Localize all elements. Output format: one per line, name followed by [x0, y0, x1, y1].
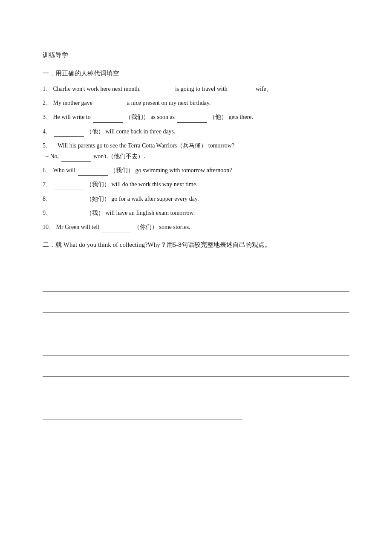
q5-blank: [61, 155, 91, 162]
q9-text: will have an English exam tomorrow.: [106, 210, 195, 216]
writing-line-6: [43, 363, 349, 377]
q10-blank: [101, 225, 131, 232]
q3-text3: gets there.: [229, 114, 254, 120]
q5-line2: won't.（他们不去）.: [93, 153, 145, 159]
q1-number: 1、: [43, 86, 52, 92]
writing-line-4: [43, 321, 349, 334]
question-10: 10、 Mr Green will tell （你们） some stories…: [43, 222, 349, 232]
q3-hint2: （他）: [209, 114, 227, 120]
q3-text2: as soon as: [150, 114, 176, 120]
q10-text1: Mr Green will tell: [56, 224, 101, 230]
q9-blank: [54, 211, 84, 218]
q4-number: 4、: [43, 128, 52, 135]
q4-hint: （他）: [86, 128, 104, 135]
q2-number: 2、: [43, 100, 52, 106]
q6-text1: Who will: [53, 167, 76, 173]
question-1: 1、 Charlie won't work here next month. i…: [43, 84, 349, 94]
writing-line-3: [43, 299, 349, 313]
question-6: 6、 Who will （我们） go swimming with tomorr…: [43, 165, 349, 176]
question-9: 9、 （我） will have an English exam tomorro…: [43, 208, 349, 218]
q7-number: 7、: [43, 181, 52, 188]
q1-text1: Charlie won't work here next month.: [53, 86, 142, 92]
q5-number: 5、: [43, 142, 52, 149]
q6-hint: （我们）: [110, 167, 134, 173]
q10-text2: some stories.: [159, 224, 190, 230]
question-7: 7、 （我们） will do the work this way next t…: [43, 179, 349, 190]
q3-number: 3、: [43, 114, 52, 120]
q7-text: will do the work this way next time.: [112, 181, 198, 188]
part-two-title: 二．就 What do you think of collecting?Why？…: [43, 241, 349, 249]
writing-line-5: [43, 342, 349, 356]
questions-list: 1、 Charlie won't work here next month. i…: [43, 84, 349, 232]
q8-number: 8、: [43, 196, 52, 202]
q10-hint: （你们）: [134, 224, 158, 230]
question-2: 2、 My mother gave a nice present on my n…: [43, 98, 349, 108]
q8-text: go for a walk after supper every day.: [112, 196, 199, 202]
q1-blank2: [230, 87, 253, 94]
q5-indent: – No,: [43, 153, 59, 159]
q2-blank: [95, 101, 125, 108]
q6-text2: go swimming with tomorrow afternoon?: [135, 167, 232, 173]
q3-hint1: （我们）: [125, 114, 149, 120]
q3-blank2: [177, 116, 207, 123]
worksheet-title: 训练导学: [43, 51, 349, 59]
writing-lines-container: [43, 257, 349, 419]
question-5: 5、 – Will his parents go to see the Terr…: [43, 140, 349, 162]
writing-line-8: [43, 406, 242, 419]
q1-text2: is going to travel with: [175, 86, 229, 92]
q7-blank: [54, 183, 84, 190]
writing-line-1: [43, 257, 349, 270]
question-4: 4、 （他） will come back in three days.: [43, 126, 349, 137]
q3-text1: He will write to: [53, 114, 92, 120]
writing-line-2: [43, 278, 349, 292]
question-3: 3、 He will write to （我们） as soon as （他） …: [43, 112, 349, 122]
part-one-title: 一．用正确的人称代词填空: [43, 69, 349, 78]
writing-line-7: [43, 384, 349, 398]
q6-number: 6、: [43, 167, 52, 173]
q3-blank1: [93, 116, 123, 123]
q9-number: 9、: [43, 210, 52, 216]
q7-hint: （我们）: [86, 181, 110, 188]
q5-line1: – Will his parents go to see the Terra C…: [53, 142, 235, 149]
q4-blank: [54, 130, 84, 137]
q9-hint: （我）: [86, 210, 104, 216]
q2-text1: My mother gave: [53, 100, 94, 106]
q1-blank1: [143, 87, 173, 94]
q10-number: 10、: [43, 224, 55, 230]
q8-blank: [54, 197, 84, 204]
question-8: 8、 （她们） go for a walk after supper every…: [43, 194, 349, 204]
q1-text3: wife。: [256, 86, 272, 92]
q8-hint: （她们）: [86, 196, 110, 202]
q6-blank: [78, 169, 108, 176]
q4-text: will come back in three days.: [106, 128, 176, 135]
q2-text2: a nice present on my next birthday.: [127, 100, 210, 106]
